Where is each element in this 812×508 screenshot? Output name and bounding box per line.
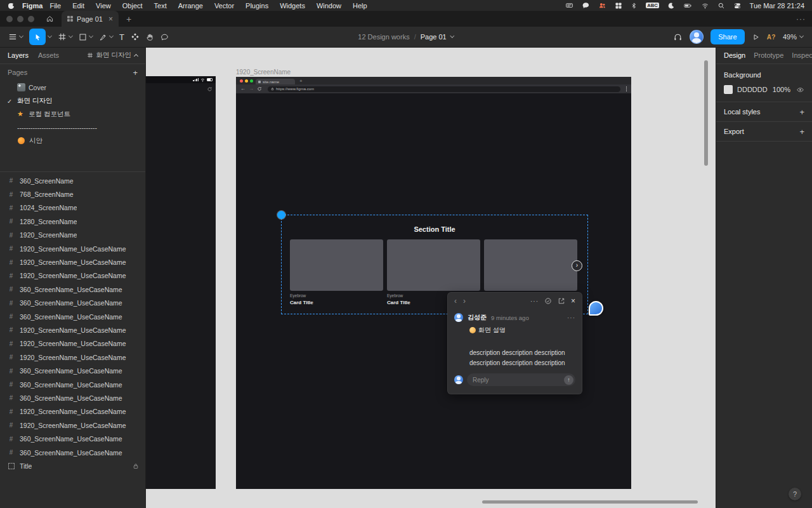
main-menu-button[interactable] (5, 27, 26, 47)
send-reply-button[interactable]: ↑ (564, 375, 573, 385)
tab-design[interactable]: Design (724, 51, 745, 59)
layer-row[interactable]: 1920_ScreenName_UseCaseName (0, 255, 145, 269)
lock-icon[interactable] (133, 463, 139, 469)
menubar-clock[interactable]: Tue Mar 28 21:24 (750, 2, 804, 10)
frame-tool-button[interactable] (55, 27, 75, 47)
window-close-button[interactable] (6, 16, 13, 22)
help-button[interactable]: ? (789, 488, 801, 500)
present-button[interactable] (752, 33, 760, 41)
home-button[interactable] (41, 11, 59, 27)
layer-row[interactable]: 1024_ScreenName (0, 201, 145, 215)
page-row[interactable]: 로컬 컴포넌트 (0, 107, 145, 121)
frame-filter-dropdown[interactable]: 화면 디자인 (87, 51, 138, 60)
menubar-item[interactable]: Window (311, 2, 347, 10)
menubar-item[interactable]: Text (148, 2, 173, 10)
layer-row[interactable]: 360_ScreenName_UseCaseName (0, 446, 145, 459)
layer-row[interactable]: 1920_ScreenName (0, 229, 145, 242)
project-name[interactable]: 12 Design works (358, 33, 409, 41)
resources-tool-button[interactable] (128, 27, 143, 47)
pen-tool-button[interactable] (96, 27, 116, 47)
window-minimize-button[interactable] (17, 16, 23, 22)
apple-menu-icon[interactable] (8, 2, 15, 9)
menubar-item[interactable]: Widgets (274, 2, 311, 10)
frame-name-label[interactable]: 1920_ScreenName (236, 69, 291, 76)
menubar-item[interactable]: Object (117, 2, 148, 10)
tab-inspect[interactable]: Inspect (792, 51, 812, 59)
layer-row[interactable]: 360_ScreenName_UseCaseName (0, 364, 145, 377)
page-row[interactable]: 시안 (0, 134, 145, 147)
layer-row[interactable]: 360_ScreenName_UseCaseName (0, 297, 145, 310)
menubar-item[interactable]: Help (347, 2, 373, 10)
move-tool-button[interactable] (26, 27, 55, 47)
layer-row[interactable]: 1280_ScreenName (0, 215, 145, 228)
layer-row[interactable]: 1920_ScreenName_UseCaseName (0, 269, 145, 283)
layer-row[interactable]: 360_ScreenName_UseCaseName (0, 391, 145, 404)
layer-row[interactable]: 1920_ScreenName_UseCaseName (0, 242, 145, 255)
add-page-button[interactable]: + (133, 68, 138, 77)
layer-row[interactable]: 360_ScreenName_UseCaseName (0, 378, 145, 391)
menubar-item[interactable]: Vector (209, 2, 240, 10)
layer-row[interactable]: 1920_ScreenName_UseCaseName (0, 351, 145, 364)
tab-assets[interactable]: Assets (38, 51, 59, 59)
menubar-item[interactable]: Edit (67, 2, 90, 10)
tab-prototype[interactable]: Prototype (754, 51, 783, 59)
color-hex-value[interactable]: DDDDDD (737, 86, 768, 93)
layer-row[interactable]: 1920_ScreenName_UseCaseName (0, 323, 145, 337)
visibility-eye-icon[interactable] (796, 86, 804, 94)
layer-row[interactable]: 1920_ScreenName_UseCaseName (0, 405, 145, 418)
menubar-item[interactable]: Plugins (240, 2, 274, 10)
menubar-app-name[interactable]: Figma (22, 2, 43, 10)
layer-row[interactable]: 360_ScreenName_UseCaseName (0, 283, 145, 296)
file-menu-chevron-icon[interactable] (450, 34, 455, 38)
canvas[interactable]: 1920_ScreenName site.name + (146, 47, 716, 508)
layer-row[interactable]: 360_ScreenName (0, 174, 145, 187)
selection-corner-handle[interactable] (277, 211, 285, 219)
control-center-icon[interactable] (733, 1, 742, 10)
window-more-icon[interactable]: ··· (796, 11, 806, 27)
menubar-item[interactable]: File (44, 2, 67, 10)
comment-options-icon[interactable]: ··· (530, 298, 539, 305)
bluetooth-icon[interactable] (631, 1, 638, 10)
moon-icon[interactable] (667, 1, 675, 10)
layer-row[interactable]: 1920_ScreenName_UseCaseName (0, 337, 145, 351)
page-row[interactable]: 화면 디자인 (0, 94, 145, 107)
add-style-button[interactable]: + (799, 107, 804, 117)
page-row[interactable]: Cover (0, 81, 145, 94)
layer-row[interactable]: Title (0, 459, 145, 472)
opacity-value[interactable]: 100% (773, 86, 790, 93)
comment-pin-avatar[interactable] (589, 301, 603, 316)
color-swatch[interactable] (724, 85, 733, 94)
layer-row[interactable]: 1920_ScreenName_UseCaseName (0, 418, 145, 432)
file-tab[interactable]: Page 01 × (62, 11, 119, 27)
menubar-item[interactable]: Arrange (173, 2, 209, 10)
comment-tool-button[interactable] (157, 27, 172, 47)
zoom-control[interactable]: 49% (783, 33, 803, 41)
design-frame-1920[interactable]: site.name + ← → https://www.figma.com (236, 77, 631, 489)
battery-icon[interactable] (683, 1, 693, 10)
canvas-horizontal-scrollbar[interactable] (482, 500, 698, 504)
layer-row[interactable]: 360_ScreenName_UseCaseName (0, 432, 145, 445)
input-source-badge[interactable]: ABC (646, 3, 658, 9)
reply-input[interactable] (473, 377, 564, 384)
keyboard-icon[interactable] (565, 1, 573, 10)
section-title-text[interactable]: Section Title (282, 225, 587, 233)
chat-icon[interactable] (582, 1, 590, 10)
copy-link-icon[interactable] (558, 297, 565, 305)
carousel-next-button[interactable]: › (572, 260, 582, 271)
hand-tool-button[interactable] (143, 27, 157, 47)
next-comment-icon[interactable]: › (463, 297, 466, 305)
audio-headphones-icon[interactable] (673, 32, 683, 42)
tab-layers[interactable]: Layers (8, 51, 29, 59)
people-icon[interactable] (598, 1, 606, 10)
layer-row[interactable]: 768_ScreenName (0, 187, 145, 201)
text-tool-button[interactable]: T (116, 27, 128, 47)
share-button[interactable]: Share (710, 29, 744, 44)
toolbar-badge[interactable]: A? (767, 34, 776, 41)
add-export-button[interactable]: + (799, 127, 804, 137)
comment-kebab-icon[interactable]: ··· (567, 314, 575, 321)
prev-comment-icon[interactable]: ‹ (454, 297, 457, 305)
new-tab-button[interactable]: + (126, 11, 131, 27)
spotlight-icon[interactable] (717, 1, 725, 10)
window-zoom-button[interactable] (28, 16, 34, 22)
file-name[interactable]: Page 01 (421, 33, 447, 41)
